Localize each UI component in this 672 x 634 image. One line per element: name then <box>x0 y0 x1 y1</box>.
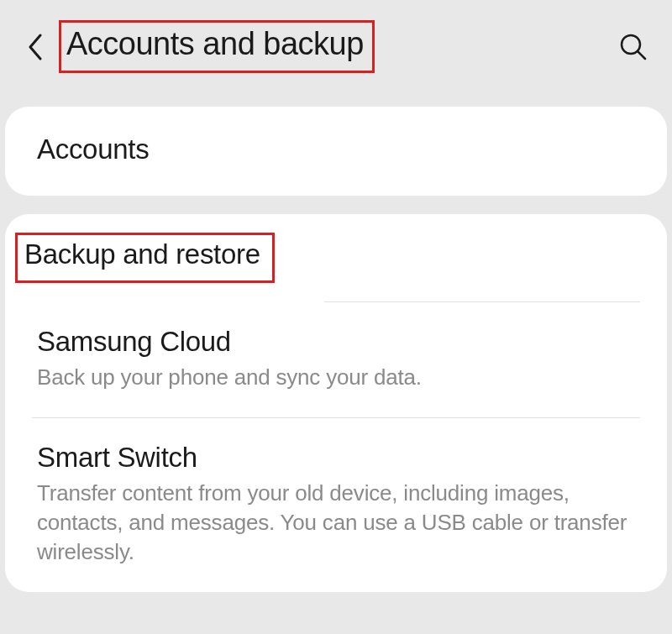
smart-switch-item[interactable]: Smart Switch Transfer content from your … <box>5 418 667 592</box>
samsung-cloud-item[interactable]: Samsung Cloud Back up your phone and syn… <box>5 302 667 417</box>
search-icon[interactable] <box>618 32 648 62</box>
section-header-highlight-box: Backup and restore <box>15 233 275 283</box>
app-header: Accounts and backup <box>0 0 672 107</box>
list-item-title: Smart Switch <box>37 442 635 474</box>
backup-restore-card: Backup and restore Samsung Cloud Back up… <box>5 214 667 592</box>
page-title: Accounts and backup <box>66 26 364 62</box>
section-header: Backup and restore <box>5 214 667 301</box>
section-header-text: Backup and restore <box>24 238 260 270</box>
accounts-item[interactable]: Accounts <box>5 107 667 196</box>
list-item-subtitle: Transfer content from your old device, i… <box>37 479 635 567</box>
list-item-title: Samsung Cloud <box>37 326 635 358</box>
list-item-title: Accounts <box>37 134 635 165</box>
list-item-subtitle: Back up your phone and sync your data. <box>37 363 635 392</box>
svg-line-1 <box>638 51 645 59</box>
title-highlight-box: Accounts and backup <box>59 20 375 73</box>
back-icon[interactable] <box>24 35 47 59</box>
accounts-card: Accounts <box>5 107 667 196</box>
